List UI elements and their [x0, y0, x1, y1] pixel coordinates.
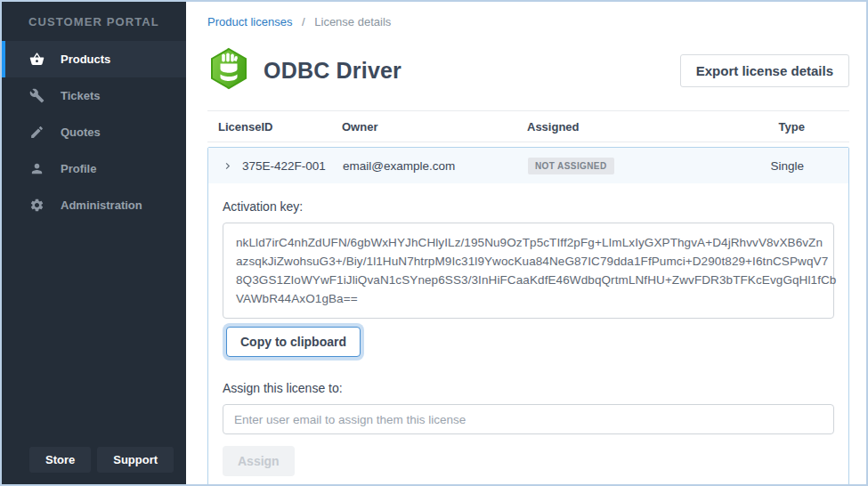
activation-key-line: azsqkJiZwohsuG3+/Biy/1l1HuN7htrpM9Ic31l9… [236, 252, 821, 271]
owner-value: email@example.com [332, 159, 517, 173]
export-license-details-button[interactable]: Export license details [680, 54, 849, 87]
sidebar-item-label: Tickets [61, 89, 101, 102]
tools-icon [28, 88, 45, 104]
license-panel: 375E-422F-001 email@example.com NOT ASSI… [207, 147, 849, 484]
person-icon [28, 161, 45, 177]
customer-portal-window: CUSTOMER PORTAL Products Tickets Quotes [0, 0, 868, 486]
assign-license-label: Assign this license to: [223, 381, 834, 395]
page-title: ODBC Driver [264, 58, 402, 84]
gear-icon [28, 198, 45, 214]
sidebar-item-label: Profile [61, 162, 96, 175]
copy-to-clipboard-button[interactable]: Copy to clipboard [226, 327, 361, 357]
sidebar-item-profile[interactable]: Profile [2, 150, 186, 187]
sidebar-item-label: Administration [61, 198, 142, 212]
basket-icon [28, 52, 45, 68]
sidebar-nav: Products Tickets Quotes Profile [2, 41, 186, 223]
chevron-right-icon[interactable] [223, 160, 233, 171]
license-table-header: LicenseID Owner Assigned Type [207, 110, 849, 142]
table-row[interactable]: 375E-422F-001 email@example.com NOT ASSI… [208, 148, 848, 183]
activation-key-line: VAWbR44AxO1gBa== [236, 289, 821, 308]
status-badge: NOT ASSIGNED [528, 158, 614, 174]
page-header: ODBC Driver Export license details [207, 47, 849, 93]
activation-key-label: Activation key: [223, 199, 834, 214]
breadcrumb-product-licenses-link[interactable]: Product licenses [207, 15, 292, 28]
license-details: Activation key: nkLld7irC4nhZdUFN/6gbWxH… [208, 183, 848, 484]
type-value: Single [706, 159, 848, 173]
column-header-licenseid: LicenseID [207, 120, 331, 134]
main-content: Product licenses / License details [186, 2, 866, 484]
column-header-assigned: Assigned [516, 120, 707, 134]
assigned-cell: NOT ASSIGNED [517, 158, 706, 174]
license-id-cell: 375E-422F-001 [208, 159, 332, 173]
column-header-owner: Owner [331, 120, 516, 134]
breadcrumb-separator: / [302, 15, 305, 28]
sidebar-item-products[interactable]: Products [2, 41, 186, 77]
license-id-value: 375E-422F-001 [242, 159, 326, 173]
sidebar-item-tickets[interactable]: Tickets [2, 77, 186, 114]
activation-key-line: nkLld7irC4nhZdUFN/6gbWxHYJhCHlyILz/195Nu… [236, 233, 821, 252]
sidebar-footer: Store Support [2, 447, 186, 484]
sidebar: CUSTOMER PORTAL Products Tickets Quotes [2, 2, 186, 484]
breadcrumb-current: License details [314, 15, 391, 28]
sidebar-item-quotes[interactable]: Quotes [2, 114, 186, 150]
sidebar-item-administration[interactable]: Administration [2, 187, 186, 223]
assign-email-input[interactable] [223, 404, 834, 434]
support-button[interactable]: Support [97, 447, 174, 473]
store-button[interactable]: Store [29, 447, 91, 473]
sidebar-title: CUSTOMER PORTAL [2, 2, 186, 41]
pencil-icon [28, 125, 45, 141]
column-header-type: Type [707, 120, 849, 134]
assign-button[interactable]: Assign [223, 446, 295, 476]
product-title-group: ODBC Driver [207, 47, 402, 93]
activation-key-line: 8Q3GS1ZIoWYwF1iJliQvaN1cSYnep6SS3/3InHiF… [236, 271, 821, 289]
odbc-hexagon-icon [207, 47, 250, 93]
sidebar-item-label: Products [61, 53, 110, 66]
breadcrumb: Product licenses / License details [207, 2, 849, 28]
activation-key-box: nkLld7irC4nhZdUFN/6gbWxHYJhCHlyILz/195Nu… [223, 223, 834, 319]
sidebar-item-label: Quotes [61, 126, 101, 139]
